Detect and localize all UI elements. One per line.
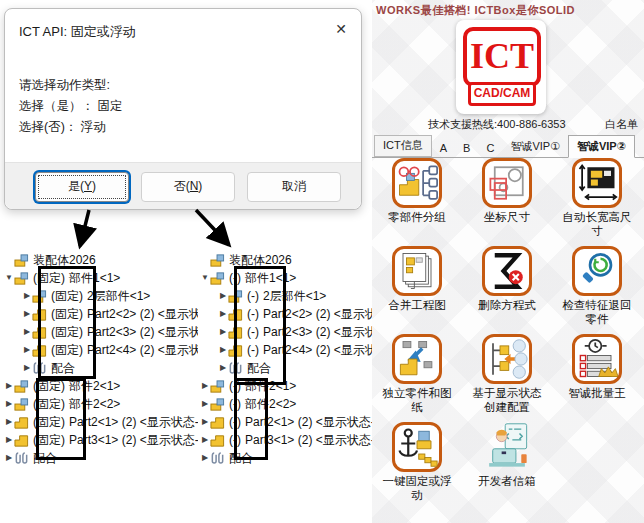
- tool-label: 坐标尺寸: [470, 211, 544, 225]
- cancel-button[interactable]: 取消: [247, 172, 341, 202]
- tree-item[interactable]: 装配体2026: [198, 251, 374, 269]
- assembly-icon: [32, 289, 48, 304]
- collapsed-arrow-icon[interactable]: ▶: [218, 287, 228, 305]
- tool-one-key-fix-float[interactable]: 一键固定或浮动: [380, 422, 454, 510]
- suppress-state-prefix: (固定): [33, 431, 65, 449]
- assembly-icon: [14, 397, 30, 412]
- no-button[interactable]: 否(N): [141, 172, 235, 202]
- ictbox-panel: WORKS最佳搭档! ICTBox是你SOLID ICT CAD/CAM 技术支…: [372, 0, 644, 523]
- tree-item[interactable]: ▶(-)部件2<1>: [198, 377, 374, 395]
- suppress-state-prefix: (-): [247, 305, 259, 323]
- whitelist-link[interactable]: 白名单: [605, 117, 638, 132]
- tool-developer-mailbox[interactable]: 开发者信箱: [470, 422, 544, 510]
- expanded-arrow-icon[interactable]: ▼: [4, 269, 14, 287]
- tree-item[interactable]: ▶(固定)部件2<1>: [2, 377, 198, 395]
- collapsed-arrow-icon[interactable]: ▶: [22, 323, 32, 341]
- tree-item-label: 部件2<1>: [69, 377, 120, 395]
- tab-B[interactable]: B: [455, 140, 478, 157]
- part-icon: [210, 415, 226, 430]
- tool-merge-drawings[interactable]: 合并工程图: [380, 246, 454, 334]
- tree-item[interactable]: ▶(固定)Part2<3> (2) <显示状: [2, 323, 198, 341]
- tree-item[interactable]: ▶(-)Part3<1> (2) <显示状态-2>: [198, 431, 374, 449]
- close-icon[interactable]: ✕: [335, 21, 347, 37]
- tree-item-label: 2层部件<1>: [87, 287, 150, 305]
- tool-display-state-config[interactable]: 基于显示状态创建配置: [470, 334, 544, 422]
- tree-item[interactable]: ▶(固定)Part3<1> (2) <显示状态-2: [2, 431, 198, 449]
- collapsed-arrow-icon[interactable]: ▶: [218, 323, 228, 341]
- tool-auto-lwh-dims[interactable]: 自动长宽高尺寸: [560, 158, 634, 246]
- collapsed-arrow-icon[interactable]: ▶: [4, 413, 14, 431]
- tree-item[interactable]: ▶配合: [198, 449, 374, 467]
- collapsed-arrow-icon[interactable]: ▶: [22, 287, 32, 305]
- yes-button[interactable]: 是(Y): [35, 172, 129, 202]
- merge-drawings-icon: [392, 246, 442, 296]
- collapsed-arrow-icon[interactable]: ▶: [200, 449, 210, 467]
- suppress-state-prefix: (固定): [51, 323, 83, 341]
- suppress-state-prefix: (-): [229, 269, 241, 287]
- part-icon: [14, 415, 30, 430]
- expanded-arrow-icon[interactable]: ▼: [200, 269, 210, 287]
- collapsed-arrow-icon[interactable]: ▶: [22, 305, 32, 323]
- tool-parts-grouping[interactable]: 零部件分组: [380, 158, 454, 246]
- tree-item-label: Part3<1> (2) <显示状态-2>: [245, 431, 374, 449]
- tree-item[interactable]: ▶(-)部件2<2>: [198, 395, 374, 413]
- tree-item[interactable]: ▶(-)Part2<4> (2) <显示状态-: [198, 341, 374, 359]
- collapsed-arrow-icon[interactable]: ▶: [4, 377, 14, 395]
- tree-item[interactable]: ▼(固定)部件1<1>: [2, 269, 198, 287]
- tree-item-label: Part2<1> (2) <显示状态-2>: [245, 413, 374, 431]
- tool-coordinate-dims[interactable]: 坐标尺寸: [470, 158, 544, 246]
- assembly-icon: [210, 379, 226, 394]
- tab-ict-info[interactable]: ICT信息: [374, 135, 432, 157]
- tree-item[interactable]: ▶(固定)Part2<2> (2) <显示状: [2, 305, 198, 323]
- collapsed-arrow-icon[interactable]: ▶: [218, 305, 228, 323]
- mate-icon: [210, 451, 226, 466]
- tree-item[interactable]: ▶(固定)Part2<1> (2) <显示状态-2: [2, 413, 198, 431]
- collapsed-arrow-icon[interactable]: ▶: [200, 395, 210, 413]
- tab-VIP[interactable]: 智诚VIP②: [568, 135, 635, 158]
- tool-check-rollback-parts[interactable]: 检查特征退回零件: [560, 246, 634, 334]
- tree-item[interactable]: 装配体2026: [2, 251, 198, 269]
- collapsed-arrow-icon[interactable]: ▶: [218, 359, 228, 377]
- collapsed-arrow-icon[interactable]: ▶: [218, 341, 228, 359]
- tree-item[interactable]: ▶配合: [2, 449, 198, 467]
- tree-item[interactable]: ▶配合: [2, 359, 198, 377]
- collapsed-arrow-icon[interactable]: ▶: [200, 377, 210, 395]
- collapsed-arrow-icon[interactable]: ▶: [22, 359, 32, 377]
- tool-independent-parts-drawings[interactable]: 独立零件和图纸: [380, 334, 454, 422]
- tab-A[interactable]: A: [432, 140, 455, 157]
- dialog-title: ICT API: 固定或浮动: [19, 23, 136, 41]
- collapsed-arrow-icon[interactable]: ▶: [4, 431, 14, 449]
- tab-VIP[interactable]: 智诚VIP①: [502, 137, 568, 157]
- developer-mailbox-icon: [482, 422, 532, 472]
- dialog-line-2: 选择（是）： 固定: [19, 96, 122, 117]
- collapsed-arrow-icon[interactable]: ▶: [200, 413, 210, 431]
- collapsed-arrow-icon[interactable]: ▶: [4, 449, 14, 467]
- tree-item[interactable]: ▶配合: [198, 359, 374, 377]
- collapsed-arrow-icon[interactable]: ▶: [4, 395, 14, 413]
- tree-item[interactable]: ▶(固定)Part2<4> (2) <显示状: [2, 341, 198, 359]
- suppress-state-prefix: (固定): [51, 341, 83, 359]
- tree-item[interactable]: ▶(-)Part2<2> (2) <显示状态-: [198, 305, 374, 323]
- tree-item[interactable]: ▶(-)Part2<3> (2) <显示状态-: [198, 323, 374, 341]
- tool-label: 合并工程图: [380, 299, 454, 313]
- tree-item[interactable]: ▶(固定)部件2<2>: [2, 395, 198, 413]
- collapsed-arrow-icon[interactable]: ▶: [22, 341, 32, 359]
- tree-item-label: 部件1<1>: [245, 269, 296, 287]
- panel-tabbar: ICT信息ABC智诚VIP①智诚VIP②: [372, 137, 644, 158]
- tree-item[interactable]: ▶(-)Part2<1> (2) <显示状态-2>: [198, 413, 374, 431]
- tree-item[interactable]: ▶(-)2层部件<1>: [198, 287, 374, 305]
- marquee-text: WORKS最佳搭档! ICTBox是你SOLID: [376, 3, 575, 18]
- mate-icon: [32, 361, 48, 376]
- part-icon: [210, 433, 226, 448]
- tool-batch-king[interactable]: 智诚批量王: [560, 334, 634, 422]
- collapsed-arrow-icon[interactable]: ▶: [200, 431, 210, 449]
- auto-lwh-dims-icon: [572, 158, 622, 208]
- tree-item[interactable]: ▼(-)部件1<1>: [198, 269, 374, 287]
- suppress-state-prefix: (固定): [51, 287, 83, 305]
- tab-C[interactable]: C: [478, 140, 502, 157]
- dialog-footer: 是(Y) 否(N) 取消: [5, 162, 361, 209]
- tree-item-label: Part2<2> (2) <显示状态-: [263, 305, 374, 323]
- tree-item[interactable]: ▶(固定)2层部件<1>: [2, 287, 198, 305]
- tool-label: 智诚批量王: [560, 387, 634, 401]
- tool-delete-equations[interactable]: 删除方程式: [470, 246, 544, 334]
